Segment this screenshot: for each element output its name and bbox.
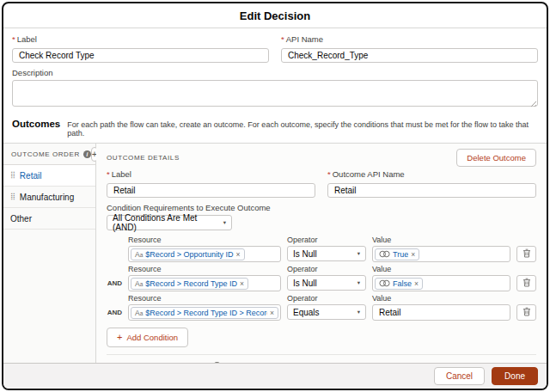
trash-icon: [522, 248, 531, 260]
done-button[interactable]: Done: [492, 367, 538, 385]
operator-column-label: Operator: [287, 236, 366, 244]
value-column-label: Value: [372, 236, 510, 244]
remove-pill-icon[interactable]: ×: [411, 250, 415, 259]
outcome-details-header: Outcome Details Delete Outcome: [107, 149, 536, 167]
outcome-item-label: Other: [10, 214, 32, 224]
text-type-icon: Aa: [135, 250, 143, 259]
resource-column-label: Resource: [128, 265, 281, 273]
description-field-label: Description: [12, 68, 538, 77]
edit-decision-dialog: Edit Decision *Label *API Name Descripti…: [2, 2, 548, 390]
resource-pill[interactable]: Aa $Record > Opportunity ID ×: [131, 248, 245, 260]
and-label: [107, 246, 122, 262]
chevron-down-icon: ▾: [358, 279, 360, 286]
sidebar-item-retail[interactable]: ⣿ Retail: [3, 165, 95, 187]
label-field-group: *Label: [12, 34, 269, 63]
chevron-down-icon: ▾: [223, 219, 226, 226]
outcome-api-field-group: *Outcome API Name: [327, 169, 536, 198]
cancel-button[interactable]: Cancel: [434, 367, 485, 385]
decision-properties: *Label *API Name Description: [3, 28, 547, 116]
dialog-footer: Cancel Done: [3, 363, 547, 389]
operator-select[interactable]: Is Null ▾: [287, 275, 366, 291]
condition-requirements-group: Condition Requirements to Execute Outcom…: [107, 203, 536, 230]
outcomes-heading: Outcomes: [12, 119, 60, 129]
outcome-details-panel: Outcome Details Delete Outcome *Label *O…: [96, 144, 547, 363]
chevron-down-icon: ▾: [358, 309, 360, 315]
operator-column-label: Operator: [287, 294, 366, 303]
resource-column-label: Resource: [128, 236, 281, 244]
operator-select[interactable]: Is Null ▾: [287, 246, 366, 261]
value-pill[interactable]: True ×: [375, 248, 419, 260]
trash-icon: [522, 277, 531, 290]
outcome-item-label: Retail: [20, 171, 42, 181]
value-column-label: Value: [372, 294, 510, 303]
remove-pill-icon[interactable]: ×: [240, 279, 244, 288]
resource-column-label: Resource: [128, 294, 281, 303]
description-input[interactable]: [12, 80, 538, 107]
required-asterisk: *: [281, 34, 284, 44]
label-field-label: *Label: [12, 34, 269, 44]
outcome-order-sidebar: Outcome Order i + ⣿ Retail ⣿ Manufacturi…: [3, 144, 96, 363]
outcome-order-title: Outcome Order: [11, 150, 80, 158]
remove-pill-icon[interactable]: ×: [236, 250, 241, 259]
radio-option-record-updated[interactable]: Only if the record that triggered the fl…: [107, 389, 536, 390]
chevron-down-icon: ▾: [358, 250, 360, 257]
dialog-titlebar: Edit Decision: [3, 3, 547, 28]
condition-row: Resource Operator Value AND Aa $Record >…: [107, 265, 536, 291]
operator-column-label: Operator: [287, 265, 366, 273]
outcome-item-label: Manufacturing: [20, 193, 74, 202]
value-input[interactable]: [372, 304, 510, 321]
outcome-details-title: Outcome Details: [107, 154, 180, 162]
info-icon[interactable]: i: [83, 150, 91, 158]
remove-pill-icon[interactable]: ×: [414, 279, 419, 288]
outcome-label-field-label: *Label: [107, 169, 315, 179]
remove-pill-icon[interactable]: ×: [270, 309, 274, 317]
value-input[interactable]: False ×: [372, 275, 510, 291]
operator-select[interactable]: Equals ▾: [287, 304, 366, 320]
required-asterisk: *: [327, 169, 331, 179]
outcomes-description: For each path the flow can take, create …: [67, 120, 538, 138]
outcome-order-header: Outcome Order i +: [3, 144, 95, 165]
condition-row: Resource Operator Value AND Aa $Record >…: [107, 294, 536, 321]
sidebar-item-manufacturing[interactable]: ⣿ Manufacturing: [3, 187, 95, 208]
sidebar-item-other[interactable]: Other: [3, 208, 95, 230]
condition-requirements-select[interactable]: All Conditions Are Met (AND) ▾: [107, 215, 232, 230]
delete-condition-button[interactable]: [516, 246, 536, 262]
outcome-api-field-label: *Outcome API Name: [327, 169, 536, 179]
and-label: AND: [107, 304, 122, 321]
value-input[interactable]: True ×: [372, 246, 510, 262]
delete-condition-button[interactable]: [516, 275, 536, 291]
text-type-icon: Aa: [135, 279, 143, 288]
condition-requirements-label: Condition Requirements to Execute Outcom…: [107, 203, 536, 212]
api-name-input[interactable]: [281, 48, 538, 63]
outcomes-section-header: Outcomes For each path the flow can take…: [3, 116, 547, 144]
resource-input[interactable]: Aa $Record > Opportunity ID ×: [128, 246, 281, 262]
radio-button[interactable]: [107, 389, 116, 390]
page-title: Edit Decision: [240, 9, 310, 22]
resource-pill[interactable]: Aa $Record > Record Type ID > Record Typ…: [131, 307, 278, 319]
boolean-toggle-icon: [379, 250, 390, 258]
description-field-group: Description: [12, 68, 538, 110]
value-column-label: Value: [372, 265, 510, 273]
text-type-icon: Aa: [135, 309, 143, 317]
label-input[interactable]: [12, 48, 269, 63]
api-name-field-label: *API Name: [281, 34, 538, 44]
outcome-api-input[interactable]: [327, 183, 536, 198]
api-name-field-group: *API Name: [281, 34, 538, 63]
condition-row: Resource Operator Value Aa $Record > Opp…: [107, 236, 536, 262]
trash-icon: [522, 306, 531, 319]
required-asterisk: *: [107, 169, 110, 179]
add-condition-button[interactable]: + Add Condition: [107, 328, 188, 347]
outcomes-body: Outcome Order i + ⣿ Retail ⣿ Manufacturi…: [3, 144, 547, 363]
resource-pill[interactable]: Aa $Record > Record Type ID ×: [131, 278, 248, 290]
value-pill[interactable]: False ×: [375, 278, 423, 290]
delete-outcome-button[interactable]: Delete Outcome: [456, 149, 536, 167]
drag-handle-icon[interactable]: ⣿: [10, 172, 15, 179]
drag-handle-icon[interactable]: ⣿: [10, 193, 15, 200]
delete-condition-button[interactable]: [516, 304, 536, 321]
and-label: AND: [107, 275, 122, 291]
resource-input[interactable]: Aa $Record > Record Type ID ×: [128, 275, 281, 291]
resource-input[interactable]: Aa $Record > Record Type ID > Record Typ…: [128, 304, 281, 321]
outcome-label-input[interactable]: [107, 183, 315, 198]
plus-icon: +: [117, 334, 122, 341]
required-asterisk: *: [12, 34, 15, 44]
